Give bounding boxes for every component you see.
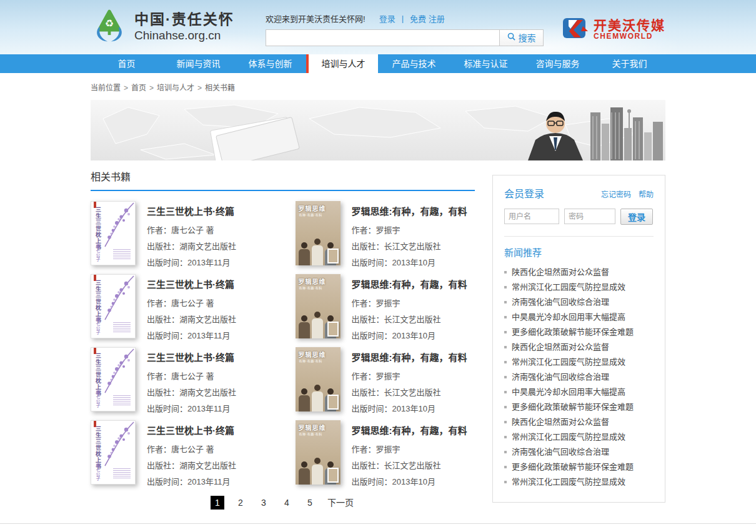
news-item-label: 常州滨江化工园废气防控显成效 bbox=[512, 280, 625, 295]
news-item-label: 更多细化政策破解节能环保金难题 bbox=[512, 400, 634, 415]
pagination-page-button[interactable]: 1 bbox=[211, 496, 224, 510]
login-link[interactable]: 登录 bbox=[379, 12, 395, 24]
register-link[interactable]: 免费 注册 bbox=[410, 12, 445, 24]
book-title[interactable]: 罗辑思维:有种，有趣，有料 bbox=[352, 277, 467, 290]
username-field[interactable] bbox=[504, 209, 559, 224]
cover-photo-subtitle: 有种·有趣·有料 bbox=[299, 431, 322, 436]
nav-item[interactable]: 培训与人才 bbox=[306, 54, 378, 73]
nav-item[interactable]: 产品与技术 bbox=[378, 54, 450, 73]
book-publish-date: 出版时间：2013年11月 bbox=[147, 256, 236, 268]
news-list-item[interactable]: 济南强化油气回收综合治理 bbox=[504, 295, 654, 310]
nav-item[interactable]: 首页 bbox=[91, 54, 162, 73]
book-title[interactable]: 三生三世枕上书·终篇 bbox=[147, 204, 236, 217]
site-name: 中国·责任关怀 bbox=[134, 11, 234, 29]
breadcrumb-link[interactable]: 首页 bbox=[131, 84, 146, 92]
cover-photo-subtitle: 有种·有趣·有料 bbox=[299, 358, 322, 363]
news-list-item[interactable]: 更多细化政策破解节能环保金难题 bbox=[504, 325, 654, 340]
nav-item[interactable]: 关于我们 bbox=[594, 54, 665, 73]
news-list-item[interactable]: 更多细化政策破解节能环保金难题 bbox=[504, 400, 654, 415]
news-item-label: 中昊晨光冷却水回用率大幅提高 bbox=[512, 310, 625, 325]
news-list-item[interactable]: 中昊晨光冷却水回用率大幅提高 bbox=[504, 310, 654, 325]
book-title[interactable]: 三生三世枕上书·终篇 bbox=[147, 350, 236, 363]
forgot-password-link[interactable]: 忘记密码 bbox=[601, 189, 631, 199]
book-author: 作者：罗振宇 bbox=[352, 443, 467, 455]
book-cover[interactable]: 罗辑思维 有种·有趣·有料 bbox=[296, 347, 341, 411]
book-title[interactable]: 三生三世枕上书·终篇 bbox=[147, 423, 236, 436]
nav-item-label: 标准与认证 bbox=[464, 59, 508, 69]
pagination-next-button[interactable]: 下一页 bbox=[326, 496, 355, 510]
breadcrumb-prefix: 当前位置 bbox=[91, 84, 121, 92]
news-list-item[interactable]: 更多细化政策破解节能环保金难题 bbox=[504, 460, 654, 475]
book-publisher: 出版社：湖南文艺出版社 bbox=[147, 386, 236, 398]
nav-item-label: 新闻与资讯 bbox=[177, 59, 221, 69]
partner-logo: 开美沃传媒 CHEMWORLD bbox=[562, 17, 665, 42]
book-cover-art-blossom: 三生三世枕上书 唐七公子 bbox=[91, 420, 136, 485]
nav-item[interactable]: 新闻与资讯 bbox=[162, 54, 234, 73]
news-list: 陕西化企坦然面对公众监督 常州滨江化工园废气防控显成效 济南强化油气回收综合治理… bbox=[504, 265, 654, 490]
book-publisher: 出版社：长江文艺出版社 bbox=[352, 386, 467, 398]
login-button[interactable]: 登录 bbox=[620, 209, 653, 225]
cover-person-figure bbox=[312, 312, 323, 338]
news-list-item[interactable]: 济南强化油气回收综合治理 bbox=[504, 445, 654, 460]
book-cover[interactable]: 罗辑思维 有种·有趣·有料 bbox=[296, 201, 341, 265]
breadcrumb-link[interactable]: 培训与人才 bbox=[157, 84, 194, 92]
news-list-item[interactable]: 中昊晨光冷却水回用率大幅提高 bbox=[504, 385, 654, 400]
nav-item-label: 培训与人才 bbox=[322, 59, 366, 69]
book-cover[interactable]: 罗辑思维 有种·有趣·有料 bbox=[296, 420, 341, 485]
nav-item[interactable]: 标准与认证 bbox=[450, 54, 522, 73]
pagination-page-button[interactable]: 5 bbox=[303, 496, 317, 510]
news-list-item[interactable]: 常州滨江化工园废气防控显成效 bbox=[504, 475, 654, 490]
book-title[interactable]: 罗辑思维:有种，有趣，有料 bbox=[352, 423, 467, 436]
book-author: 作者：罗振宇 bbox=[352, 297, 467, 308]
pagination-page-button[interactable]: 3 bbox=[257, 496, 271, 510]
book-cover[interactable]: 三生三世枕上书 唐七公子 bbox=[91, 347, 136, 411]
nav-item[interactable]: 体系与创新 bbox=[234, 54, 306, 73]
help-link[interactable]: 帮助 bbox=[639, 189, 654, 199]
book-cover-art-photo: 罗辑思维 有种·有趣·有料 bbox=[296, 347, 341, 411]
news-list-item[interactable]: 常州滨江化工园废气防控显成效 bbox=[504, 430, 654, 445]
news-list-item[interactable]: 陕西化企坦然面对公众监督 bbox=[504, 415, 654, 430]
breadcrumb: 当前位置>首页>培训与人才>相关书籍 bbox=[91, 73, 665, 100]
book-cover[interactable]: 罗辑思维 有种·有趣·有料 bbox=[296, 274, 341, 338]
cover-person-figure bbox=[312, 239, 323, 265]
search-input[interactable] bbox=[266, 29, 500, 46]
pagination-page-button[interactable]: 2 bbox=[234, 496, 247, 510]
book-cover[interactable]: 三生三世枕上书 唐七公子 bbox=[91, 420, 136, 485]
book-publisher: 出版社：湖南文艺出版社 bbox=[147, 459, 236, 471]
book-cover[interactable]: 三生三世枕上书 唐七公子 bbox=[91, 201, 136, 265]
cover-text-block bbox=[113, 468, 131, 479]
search-button[interactable]: 搜索 bbox=[500, 29, 544, 46]
nav-item-label: 首页 bbox=[118, 59, 136, 69]
cover-photo-title: 罗辑思维 bbox=[299, 204, 326, 213]
book-publish-date: 出版时间：2013年10月 bbox=[352, 475, 467, 487]
book-cover[interactable]: 三生三世枕上书 唐七公子 bbox=[91, 274, 136, 338]
book-publisher: 出版社：长江文艺出版社 bbox=[352, 459, 467, 471]
partner-logo-icon bbox=[562, 17, 589, 42]
news-list-item[interactable]: 常州滨江化工园废气防控显成效 bbox=[504, 355, 654, 370]
news-list-item[interactable]: 常州滨江化工园废气防控显成效 bbox=[504, 280, 654, 295]
news-list-item[interactable]: 陕西化企坦然面对公众监督 bbox=[504, 340, 654, 355]
cover-mini-book bbox=[327, 468, 339, 483]
book-author: 作者：唐七公子 著 bbox=[147, 443, 236, 455]
site-logo[interactable]: ♻ 中国·责任关怀 Chinahse.org.cn bbox=[91, 7, 266, 47]
cover-person-figure bbox=[312, 458, 323, 485]
book-title[interactable]: 罗辑思维:有种，有趣，有料 bbox=[352, 350, 467, 363]
book-title[interactable]: 罗辑思维:有种，有趣，有料 bbox=[352, 204, 467, 217]
breadcrumb-link[interactable]: 相关书籍 bbox=[205, 84, 235, 92]
book-cover-art-photo: 罗辑思维 有种·有趣·有料 bbox=[296, 420, 341, 485]
book-publisher: 出版社：长江文艺出版社 bbox=[352, 313, 467, 325]
book-cover-art-photo: 罗辑思维 有种·有趣·有料 bbox=[296, 201, 341, 265]
book-title[interactable]: 三生三世枕上书·终篇 bbox=[147, 277, 236, 290]
news-item-label: 更多细化政策破解节能环保金难题 bbox=[512, 460, 634, 475]
nav-item[interactable]: 咨询与服务 bbox=[522, 54, 594, 73]
book-list-item: 罗辑思维 有种·有趣·有料 罗辑思维:有种，有趣，有料 作者：罗振宇 出版社：长… bbox=[296, 420, 475, 486]
news-list-item[interactable]: 陕西化企坦然面对公众监督 bbox=[504, 265, 654, 280]
book-list-item: 罗辑思维 有种·有趣·有料 罗辑思维:有种，有趣，有料 作者：罗振宇 出版社：长… bbox=[296, 274, 475, 340]
cover-person-figure bbox=[299, 388, 310, 411]
cover-photo-subtitle: 有种·有趣·有料 bbox=[299, 212, 322, 217]
pagination-page-button[interactable]: 4 bbox=[280, 496, 294, 510]
news-list-item[interactable]: 济南强化油气回收综合治理 bbox=[504, 370, 654, 385]
book-publisher: 出版社：湖南文艺出版社 bbox=[147, 240, 236, 252]
password-field[interactable] bbox=[564, 209, 615, 224]
book-publisher: 出版社：长江文艺出版社 bbox=[352, 240, 467, 252]
